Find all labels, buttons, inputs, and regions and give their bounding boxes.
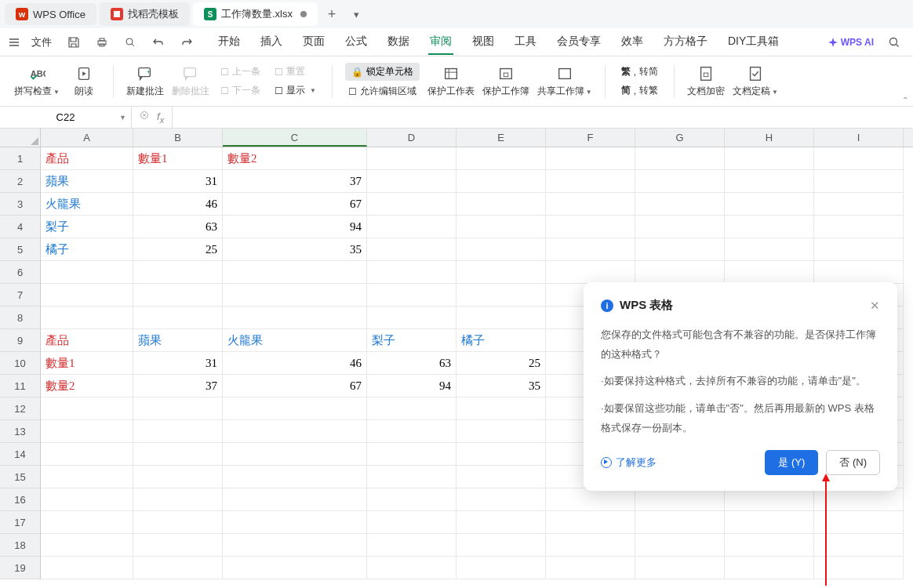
learn-more-link[interactable]: 了解更多 xyxy=(601,456,657,470)
row-header-12[interactable]: 12 xyxy=(0,397,40,420)
cell-C8[interactable] xyxy=(223,307,367,329)
cell-G1[interactable] xyxy=(635,147,725,170)
cell-G5[interactable] xyxy=(635,238,725,261)
cell-B1[interactable]: 數量1 xyxy=(133,147,223,170)
cell-D6[interactable] xyxy=(367,261,456,284)
col-header-I[interactable]: I xyxy=(814,129,904,147)
row-header-3[interactable]: 3 xyxy=(0,193,40,216)
cell-D19[interactable] xyxy=(367,557,456,579)
cell-E4[interactable] xyxy=(456,216,546,238)
cancel-formula-icon[interactable] xyxy=(140,111,151,125)
cell-D8[interactable] xyxy=(367,307,456,329)
row-header-7[interactable]: 7 xyxy=(0,284,40,307)
menu-tab-2[interactable]: 页面 xyxy=(301,30,326,55)
cell-C12[interactable] xyxy=(223,397,367,420)
new-comment-button[interactable]: + 新建批注 xyxy=(126,65,164,98)
cell-G17[interactable] xyxy=(635,511,725,534)
cell-A2[interactable]: 蘋果 xyxy=(41,170,133,193)
menu-tab-5[interactable]: 审阅 xyxy=(428,30,453,55)
cell-B15[interactable] xyxy=(133,466,223,488)
file-menu[interactable]: 文件 xyxy=(27,32,56,53)
menu-tab-0[interactable]: 开始 xyxy=(216,30,242,55)
col-header-B[interactable]: B xyxy=(133,129,223,147)
protect-sheet-button[interactable]: 保护工作表 xyxy=(427,65,475,98)
menu-tab-1[interactable]: 插入 xyxy=(259,30,284,55)
formula-input[interactable] xyxy=(179,112,907,124)
cell-D15[interactable] xyxy=(367,466,456,488)
cell-D7[interactable] xyxy=(367,284,456,307)
wps-ai-button[interactable]: WPS AI xyxy=(828,37,874,48)
cell-C19[interactable] xyxy=(223,557,367,579)
menu-tab-6[interactable]: 视图 xyxy=(471,30,496,55)
cell-C5[interactable]: 35 xyxy=(223,238,367,261)
cell-A11[interactable]: 數量2 xyxy=(41,375,133,397)
name-box[interactable]: ▼ xyxy=(0,107,132,128)
cell-C3[interactable]: 67 xyxy=(223,193,367,216)
row-header-14[interactable]: 14 xyxy=(0,443,40,466)
cell-F5[interactable] xyxy=(546,238,635,261)
cell-B11[interactable]: 37 xyxy=(133,375,223,397)
cell-A16[interactable] xyxy=(41,488,133,511)
cell-B5[interactable]: 25 xyxy=(133,238,223,261)
cell-D1[interactable] xyxy=(367,147,456,170)
cell-D3[interactable] xyxy=(367,193,456,216)
no-button[interactable]: 否 (N) xyxy=(826,450,880,475)
menu-tab-4[interactable]: 数据 xyxy=(386,30,411,55)
cell-C2[interactable]: 37 xyxy=(223,170,367,193)
cell-D10[interactable]: 63 xyxy=(367,352,456,375)
cell-E5[interactable] xyxy=(456,238,546,261)
cell-H5[interactable] xyxy=(725,238,814,261)
cell-B12[interactable] xyxy=(133,397,223,420)
cell-H2[interactable] xyxy=(725,170,814,193)
col-header-D[interactable]: D xyxy=(367,129,456,147)
cell-E6[interactable] xyxy=(456,261,546,284)
cell-H4[interactable] xyxy=(725,216,814,238)
cell-C9[interactable]: 火龍果 xyxy=(223,329,367,352)
add-tab-button[interactable]: + xyxy=(321,3,343,25)
row-header-19[interactable]: 19 xyxy=(0,557,40,579)
lock-cell-button[interactable]: 🔒 锁定单元格 xyxy=(345,63,420,81)
cell-C6[interactable] xyxy=(223,261,367,284)
cell-A15[interactable] xyxy=(41,466,133,488)
row-header-6[interactable]: 6 xyxy=(0,261,40,284)
cell-E8[interactable] xyxy=(456,307,546,329)
cell-B6[interactable] xyxy=(133,261,223,284)
cell-C11[interactable]: 67 xyxy=(223,375,367,397)
cell-D2[interactable] xyxy=(367,170,456,193)
cell-C15[interactable] xyxy=(223,466,367,488)
row-header-16[interactable]: 16 xyxy=(0,488,40,511)
encrypt-button[interactable]: 文档加密 xyxy=(687,65,725,98)
cell-I3[interactable] xyxy=(814,193,904,216)
cell-E15[interactable] xyxy=(456,466,546,488)
cell-A3[interactable]: 火龍果 xyxy=(41,193,133,216)
cell-F17[interactable] xyxy=(546,511,635,534)
cell-D5[interactable] xyxy=(367,238,456,261)
cell-A5[interactable]: 橘子 xyxy=(41,238,133,261)
cell-I5[interactable] xyxy=(814,238,904,261)
menu-tab-7[interactable]: 工具 xyxy=(513,30,538,55)
cell-B17[interactable] xyxy=(133,511,223,534)
cell-G18[interactable] xyxy=(635,534,725,557)
cell-I6[interactable] xyxy=(814,261,904,284)
row-header-18[interactable]: 18 xyxy=(0,534,40,557)
cell-C17[interactable] xyxy=(223,511,367,534)
cell-A1[interactable]: 產品 xyxy=(41,147,133,170)
tab-workbook[interactable]: S 工作簿数量.xlsx xyxy=(193,2,318,26)
cell-A18[interactable] xyxy=(41,534,133,557)
col-header-C[interactable]: C xyxy=(223,129,367,147)
col-header-A[interactable]: A xyxy=(41,129,133,147)
cell-E2[interactable] xyxy=(456,170,546,193)
to-simplified-button[interactable]: 繁, 转简 xyxy=(618,64,661,80)
cell-D18[interactable] xyxy=(367,534,456,557)
cell-H6[interactable] xyxy=(725,261,814,284)
col-header-E[interactable]: E xyxy=(456,129,546,147)
cell-F3[interactable] xyxy=(546,193,635,216)
menu-tab-10[interactable]: 方方格子 xyxy=(662,30,709,55)
cell-E1[interactable] xyxy=(456,147,546,170)
row-header-2[interactable]: 2 xyxy=(0,170,40,193)
cell-D12[interactable] xyxy=(367,397,456,420)
cell-A10[interactable]: 數量1 xyxy=(41,352,133,375)
cell-F1[interactable] xyxy=(546,147,635,170)
cell-B7[interactable] xyxy=(133,284,223,307)
cell-C7[interactable] xyxy=(223,284,367,307)
